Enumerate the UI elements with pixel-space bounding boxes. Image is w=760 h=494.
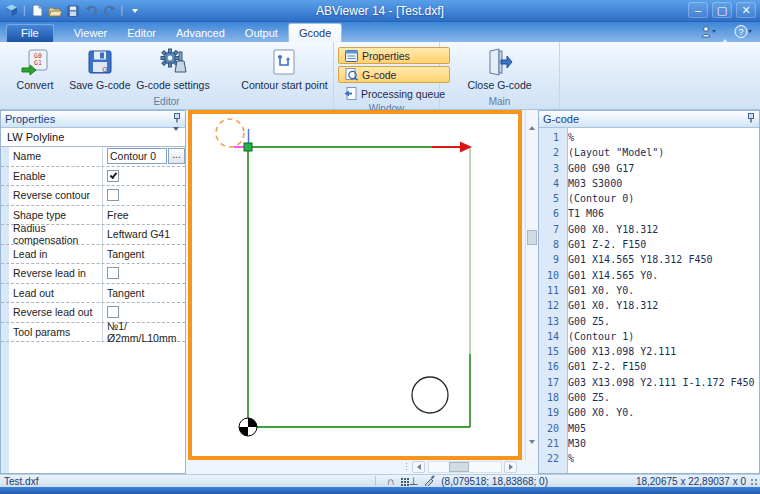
ortho-icon[interactable]: ⊥ — [409, 476, 419, 486]
property-label: Lead out — [13, 287, 102, 299]
processing-queue-icon — [343, 87, 357, 101]
undo-icon[interactable] — [84, 3, 99, 18]
gcode-line-number: 11 — [539, 283, 563, 298]
property-label: Radius compensation — [13, 222, 102, 246]
property-value[interactable] — [102, 303, 185, 322]
property-value[interactable] — [102, 264, 185, 283]
properties-panel: Properties LW Polyline NameContour 0...E… — [0, 110, 186, 474]
tab-viewer[interactable]: Viewer — [64, 24, 117, 42]
processing-queue-button[interactable]: Processing queue — [338, 85, 450, 102]
scroll-up-icon[interactable] — [529, 114, 535, 126]
redo-icon[interactable] — [102, 3, 117, 18]
gcode-line: 20M05 — [539, 421, 759, 436]
scrollbar-grip[interactable] — [405, 462, 409, 472]
vertical-scroll-thumb[interactable] — [527, 230, 537, 245]
grid-icon[interactable] — [401, 478, 403, 480]
save-gcode-button[interactable]: G Save G-code — [66, 44, 134, 93]
property-row-name: NameContour 0... — [1, 147, 185, 167]
tab-editor[interactable]: Editor — [117, 24, 166, 42]
gcode-line-text: G01 X14.565 Y18.312 F450 — [563, 252, 713, 267]
tab-output[interactable]: Output — [235, 24, 288, 42]
property-value[interactable]: Contour 0... — [102, 147, 185, 166]
entity-type-selector[interactable]: LW Polyline — [1, 128, 185, 147]
gcode-line-text: G01 X0. Y0. — [563, 283, 634, 298]
close-button[interactable]: ✕ — [736, 2, 756, 18]
checkbox[interactable] — [107, 267, 119, 279]
gcode-line-number: 10 — [539, 268, 563, 283]
help-icon[interactable]: ? — [734, 25, 754, 40]
properties-grid: NameContour 0...EnableReverse contourSha… — [1, 147, 185, 473]
property-value[interactable]: Free — [102, 206, 185, 225]
property-value[interactable] — [102, 167, 185, 186]
user-account-icon[interactable] — [700, 25, 716, 40]
drawing-svg — [192, 114, 518, 456]
gcode-line-number: 4 — [539, 176, 563, 191]
name-input[interactable]: Contour 0 — [107, 148, 167, 164]
checkbox[interactable] — [107, 189, 119, 201]
maximize-button[interactable]: ▢ — [712, 2, 732, 18]
gcode-line-text: (Layout "Model") — [563, 145, 664, 160]
status-bar: Test.dxf ∩ ⊥ (8,079518; 18,83868; 0) 18,… — [0, 474, 760, 487]
gcode-line: 17G03 X13.098 Y2.111 I-1.172 F450 — [539, 375, 759, 390]
close-gcode-button[interactable]: Close G-code — [459, 44, 539, 93]
vertical-scrollbar[interactable] — [525, 110, 538, 460]
spline-icon[interactable]: ∩ — [387, 476, 395, 486]
ellipsis-button[interactable]: ... — [168, 148, 185, 164]
open-file-icon[interactable] — [48, 3, 63, 18]
gcode-line-text: G00 X0. Y18.312 — [563, 222, 658, 237]
property-value[interactable]: Tangent — [102, 245, 185, 264]
start-point-marker[interactable] — [244, 143, 252, 151]
convert-button[interactable]: G0G1 Convert — [4, 44, 66, 93]
save-file-icon[interactable] — [66, 3, 81, 18]
scroll-down-icon[interactable] — [529, 444, 535, 456]
drawing-canvas[interactable] — [188, 110, 522, 460]
tab-advanced[interactable]: Advanced — [166, 24, 235, 42]
toolbar-separator: | — [121, 5, 124, 16]
gcode-line-text: G00 G90 G17 — [563, 161, 634, 176]
new-document-icon[interactable] — [30, 3, 45, 18]
gcode-line-text: G00 X0. Y0. — [563, 405, 634, 420]
gcode-line-number: 18 — [539, 390, 563, 405]
property-value[interactable]: Tangent — [102, 284, 185, 303]
resize-grip[interactable] — [750, 478, 758, 486]
property-value[interactable]: Leftward G41 — [102, 225, 185, 244]
horizontal-scroll-thumb[interactable] — [449, 462, 469, 472]
collapse-ribbon-icon[interactable] — [722, 27, 728, 39]
horizontal-scroll-track[interactable] — [428, 461, 502, 473]
pin-icon[interactable] — [173, 113, 181, 125]
app-logo-icon[interactable] — [4, 3, 19, 18]
gcode-line: 3G00 G90 G17 — [539, 161, 759, 176]
property-value[interactable] — [102, 186, 185, 205]
checkbox[interactable] — [107, 306, 119, 318]
tab-gcode[interactable]: Gcode — [288, 23, 342, 42]
scroll-right-icon[interactable] — [504, 461, 517, 473]
property-value[interactable]: №1/Ø2mm/L10mm — [102, 323, 185, 342]
gcode-line-number: 3 — [539, 161, 563, 176]
contour-start-point-icon — [269, 47, 299, 77]
contour1-circle[interactable] — [412, 377, 448, 413]
gcode-panel-title: G-code — [543, 113, 579, 125]
gcode-line: 4M03 S3000 — [539, 176, 759, 191]
gcode-line-text: M05 — [563, 421, 586, 436]
pin-icon[interactable] — [747, 113, 755, 125]
minimize-button[interactable]: – — [688, 2, 708, 18]
osnap-icon[interactable] — [424, 475, 435, 488]
gcode-line-number: 1 — [539, 130, 563, 145]
gcode-settings-button[interactable]: G-code settings — [134, 44, 212, 93]
gcode-line: 12G01 X0. Y18.312 — [539, 298, 759, 313]
scroll-left-icon[interactable] — [412, 461, 425, 473]
horizontal-scrollbar[interactable] — [186, 460, 538, 474]
toolbar-more-icon[interactable] — [127, 3, 142, 18]
gcode-toggle-button[interactable]: G-code — [338, 66, 450, 83]
checkbox[interactable] — [107, 170, 119, 182]
contour-start-point-button[interactable]: Contour start point — [240, 44, 329, 93]
gcode-line-text: G01 Z-2. F150 — [563, 359, 646, 374]
gcode-editor[interactable]: 1%2(Layout "Model")3G00 G90 G174M03 S300… — [539, 128, 759, 473]
property-label: Name — [13, 150, 102, 162]
gcode-line-number: 15 — [539, 344, 563, 359]
gcode-panel-header: G-code — [539, 111, 759, 128]
chevron-down-icon — [173, 131, 179, 143]
properties-toggle-button[interactable]: Properties — [338, 47, 450, 64]
property-row-radius-compensation: Radius compensationLeftward G41 — [1, 225, 185, 245]
tab-file[interactable]: File — [6, 24, 54, 42]
